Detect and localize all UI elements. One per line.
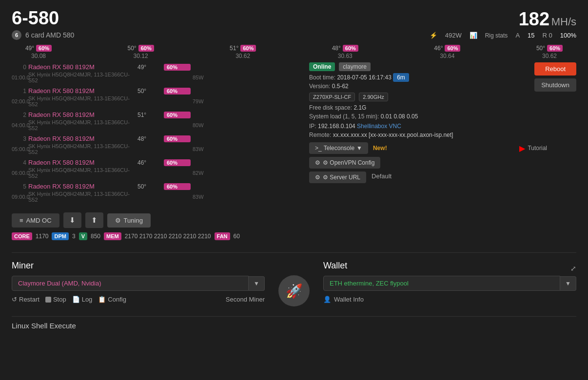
power-value: 492W [445, 32, 462, 39]
gpu-stat-5: 50° 60% 30.62 [528, 45, 571, 59]
gpu-mem-info: SK Hynix H5GQ8H24MJR, 113-1E366CU-S52 [28, 119, 136, 131]
restart-action[interactable]: ↺ Restart [12, 296, 39, 303]
tuning-button[interactable]: ⚙ Tuning [107, 213, 151, 228]
miner-select-row: Claymore Dual (AMD, Nvidia) ▼ [12, 276, 265, 291]
log-action[interactable]: 📄 Log [72, 296, 93, 303]
miner-select[interactable]: Claymore Dual (AMD, Nvidia) [12, 276, 249, 291]
mem-label: MEM [104, 232, 121, 240]
config-row: ⚙ ⚙ OpenVPN Config [309, 157, 576, 169]
gpu-mem-info: SK Hynix H5GQ8H24MJR, 113-1E366CU-S52 [28, 72, 136, 83]
gpu-watt: 83W [193, 146, 299, 152]
boot-age-badge: 6m [393, 73, 409, 82]
tutorial-link[interactable]: ▶ Tutorial [519, 144, 576, 153]
gpu-num: 0 [12, 64, 26, 71]
gpu1-mh: 30.12 [134, 53, 148, 59]
teleconsole-button[interactable]: >_ Teleconsole ▼ [309, 142, 368, 154]
wallet-select[interactable]: ETH ethermine, ZEC flypool [323, 276, 560, 291]
center-icon: 🚀 [274, 261, 314, 306]
gpu2-mh: 30.62 [235, 53, 250, 59]
shellinabox-link[interactable]: Shellinabox [357, 123, 387, 130]
reboot-button[interactable]: Reboot [534, 62, 576, 76]
gpu0-pct: 60% [36, 45, 52, 52]
restart-icon: ↺ [12, 296, 17, 303]
gpu1-pct: 60% [138, 45, 154, 52]
config-action[interactable]: 📋 Config [98, 296, 126, 303]
hashrate-value: 182 [519, 9, 549, 29]
gpu-stat-3: 48° 60% 30.63 [323, 45, 367, 59]
new-badge: New! [373, 145, 387, 152]
gpu-table: 0 Radeon RX 580 8192M 49° 60% 01:00.0 SK… [12, 62, 299, 206]
gpu-temp: 46° [137, 159, 162, 166]
gpu-name: Radeon RX 580 8192M [28, 63, 136, 71]
gpu-time: 04:00.0 [12, 122, 26, 128]
server-url-default: Default [370, 171, 393, 183]
miner-section-title: Miner [12, 261, 265, 271]
amd-oc-button[interactable]: ≡ AMD OC [12, 213, 59, 228]
table-row: 02:00.0 SK Hynix H5GQ8H24MJR, 113-1E366C… [12, 95, 299, 110]
cpu-freq-badge: 2.90GHz [359, 93, 388, 101]
gpu-time: 06:00.0 [12, 170, 26, 176]
wallet-select-arrow[interactable]: ▼ [560, 276, 576, 291]
gpu-watt: 82W [193, 170, 299, 176]
table-row: 2 Radeon RX 580 8192M 51° 60% [12, 110, 299, 119]
dpm-label: DPM [52, 232, 68, 240]
gpu-name: Radeon RX 580 8192M [28, 159, 136, 166]
table-row: 06:00.0 SK Hynix H5GQ8H24MJR, 113-1E366C… [12, 167, 299, 182]
gpu0-temp: 49° [25, 45, 34, 52]
teleconsole-row: >_ Teleconsole ▼ New! ▶ Tutorial [309, 142, 576, 154]
gpu-pct-badge: 60% [164, 159, 191, 166]
vnc-link[interactable]: VNC [389, 123, 401, 130]
rig-stats-icon: 📊 [470, 32, 477, 39]
gpu-num: 3 [12, 135, 26, 142]
gpu-name: Radeon RX 580 8192M [28, 135, 136, 142]
remote-line: Remote: xx.xxx.xxx.xx [xx-xxx-xxx-xx.poo… [309, 132, 576, 138]
dropdown-icon: ▼ [356, 145, 362, 152]
table-row: 05:00.0 SK Hynix H5GQ8H24MJR, 113-1E366C… [12, 143, 299, 158]
gpu2-temp: 51° [230, 45, 238, 52]
card-desc: 6 card AMD 580 [25, 31, 74, 39]
miner-select-arrow[interactable]: ▼ [249, 276, 265, 291]
wallet-info-row[interactable]: 👤 Wallet Info [323, 296, 576, 303]
second-miner-label[interactable]: Second Miner [226, 296, 265, 303]
gear-icon: ⚙ [115, 217, 121, 224]
download-icon-button[interactable]: ⬇ [63, 212, 81, 228]
table-row: 01:00.0 SK Hynix H5GQ8H24MJR, 113-1E366C… [12, 72, 299, 86]
core-val: 1170 [34, 232, 50, 241]
fan-val: 60 [232, 232, 241, 241]
gpu-pct-badge: 60% [164, 183, 191, 190]
server-url-button[interactable]: ⚙ ⚙ Server URL [309, 171, 366, 183]
shutdown-button[interactable]: Shutdown [534, 78, 576, 92]
gpu-pct-badge: 60% [164, 112, 191, 118]
upload-icon-button[interactable]: ⬆ [85, 212, 103, 228]
rocket-icon: 🚀 [278, 275, 310, 306]
openvpn-config-button[interactable]: ⚙ ⚙ OpenVPN Config [309, 157, 380, 169]
gpu0-mh: 30.08 [31, 53, 46, 59]
gpu-num: 4 [12, 159, 26, 166]
gpu-temp: 50° [137, 88, 162, 95]
terminal-icon: >_ [315, 145, 322, 152]
bars-icon: ≡ [20, 217, 23, 224]
wallet-section: Wallet ⤢ ETH ethermine, ZEC flypool ▼ 👤 … [323, 261, 576, 303]
miner-section: Miner Claymore Dual (AMD, Nvidia) ▼ ↺ Re… [12, 261, 265, 303]
fan-label: FAN [215, 232, 230, 240]
online-badge: Online [309, 62, 335, 71]
gear-icon: ⚙ [315, 159, 320, 166]
log-icon: 📄 [72, 296, 80, 303]
youtube-icon: ▶ [519, 144, 525, 153]
rig-stats-link[interactable]: Rig stats [485, 32, 508, 39]
rig-title: 6-580 [12, 9, 74, 27]
server-url-row: ⚙ ⚙ Server URL Default [309, 171, 576, 183]
gpu-watt: 83W [193, 194, 299, 200]
algo-count: 15 [528, 32, 534, 39]
gpu-num: 5 [12, 183, 26, 190]
card-count-badge: 6 [12, 30, 21, 40]
gpu-name: Radeon RX 580 8192M [28, 87, 136, 95]
wallet-info-icon: 👤 [323, 296, 331, 303]
stop-action[interactable]: Stop [45, 296, 66, 303]
gpu-name: Radeon RX 580 8192M [28, 111, 136, 118]
table-row: 5 Radeon RX 580 8192M 50° 60% [12, 182, 299, 191]
table-row: 1 Radeon RX 580 8192M 50° 60% [12, 86, 299, 95]
gpu-time: 02:00.0 [12, 98, 26, 104]
wallet-expand-icon[interactable]: ⤢ [570, 265, 576, 272]
config-icon: 📋 [98, 296, 106, 303]
